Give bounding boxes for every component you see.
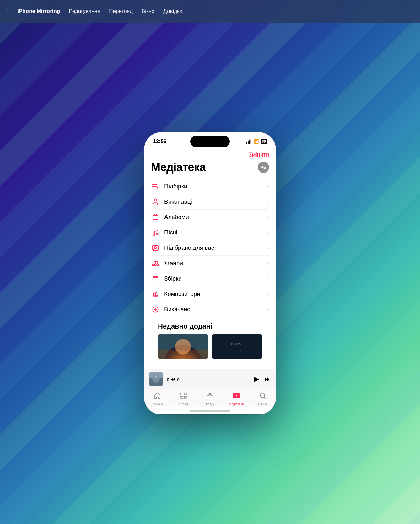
list-item-playlists[interactable]: Підбірки › [151, 179, 269, 194]
foryou-icon [151, 244, 160, 251]
tab-search-label: Пошук [258, 402, 267, 406]
signal-bar-1 [246, 142, 247, 144]
search-icon [259, 392, 267, 401]
genres-label: Жанри [164, 260, 183, 267]
menubar:  iPhone Mirroring Редагування Перегляд … [0, 0, 420, 23]
status-bar: 12:56 📶 69 [144, 132, 276, 149]
tab-search[interactable]: Пошук [253, 392, 272, 406]
now-playing-artwork [149, 372, 163, 386]
downloaded-chevron-icon: › [267, 307, 269, 312]
forward-button[interactable]: ⏭ [265, 376, 271, 383]
menu-view[interactable]: Перегляд [109, 8, 132, 14]
recently-added-section: Недавно додані [151, 317, 269, 362]
songs-label: Пісні [164, 229, 177, 236]
recently-added-title: Недавно додані [158, 322, 262, 330]
svg-point-12 [152, 264, 154, 266]
svg-rect-34 [181, 393, 183, 395]
svg-rect-36 [181, 396, 183, 398]
phone-container: 12:56 📶 69 Змінити Медіатека РБ [144, 132, 276, 414]
genres-icon [151, 260, 160, 267]
albums-icon [151, 214, 160, 221]
svg-rect-27 [212, 334, 262, 359]
list-item-foryou[interactable]: Підібрано для вас › [151, 240, 269, 256]
playlists-icon [151, 183, 160, 190]
list-item-compilations[interactable]: Збірки › [151, 271, 269, 286]
svg-rect-18 [154, 276, 155, 278]
svg-point-9 [157, 233, 158, 235]
list-item-composers[interactable]: Композитори › [151, 286, 269, 302]
songs-icon [151, 229, 160, 236]
list-item-genres[interactable]: Жанри › [151, 256, 269, 271]
composers-label: Композитори [164, 291, 200, 297]
dynamic-island [190, 136, 230, 147]
browse-icon [180, 392, 187, 401]
status-time: 12:56 [153, 138, 166, 145]
tab-library[interactable]: Медіатека [227, 392, 246, 406]
compilations-chevron-icon: › [267, 276, 269, 281]
svg-text:· · · · ·: · · · · · [233, 350, 241, 352]
tab-browse-label: Огляд [179, 402, 188, 406]
compilations-icon [151, 275, 160, 282]
songs-chevron-icon: › [267, 230, 269, 235]
phone-frame: 12:56 📶 69 Змінити Медіатека РБ [144, 132, 276, 414]
library-title: Медіатека [151, 161, 206, 174]
home-indicator [144, 407, 276, 414]
menu-help[interactable]: Довідка [163, 8, 182, 14]
svg-point-8 [153, 234, 155, 236]
signal-bar-3 [249, 140, 250, 144]
artists-icon [151, 198, 160, 205]
album-row: FAITH · · · · · [158, 334, 262, 359]
tab-home-label: Домівка [151, 402, 163, 406]
now-playing-bar[interactable]: я не я ▶ ⏭ [144, 369, 276, 389]
svg-rect-15 [153, 276, 158, 281]
svg-point-13 [154, 264, 156, 266]
phone-content: Змінити Медіатека РБ [144, 149, 276, 414]
svg-point-33 [154, 375, 158, 378]
genres-chevron-icon: › [267, 260, 269, 266]
tab-bar: Домівка Огляд [144, 389, 276, 407]
foryou-chevron-icon: › [267, 245, 269, 251]
svg-point-4 [154, 199, 157, 201]
library-icon [233, 392, 240, 401]
app-name[interactable]: iPhone Mirroring [17, 8, 60, 14]
svg-point-14 [157, 264, 159, 266]
playlists-label: Підбірки [164, 183, 187, 190]
signal-bar-4 [250, 139, 251, 144]
composers-icon [151, 291, 160, 297]
list-item-albums[interactable]: Альбоми › [151, 210, 269, 225]
status-icons: 📶 69 [246, 139, 267, 144]
tab-browse[interactable]: Огляд [174, 392, 193, 406]
list-item-songs[interactable]: Пісні › [151, 225, 269, 240]
tab-radio[interactable]: Радіо [201, 392, 219, 406]
avatar[interactable]: РБ [258, 162, 269, 173]
svg-rect-35 [184, 393, 186, 395]
menu-edit[interactable]: Редагування [69, 8, 100, 14]
tab-library-label: Медіатека [229, 402, 244, 406]
tab-home[interactable]: Домівка [148, 392, 167, 406]
compilations-label: Збірки [164, 275, 182, 282]
now-playing-title: я не я [167, 377, 250, 382]
artists-chevron-icon: › [267, 199, 269, 205]
composers-chevron-icon: › [267, 291, 269, 297]
albums-label: Альбоми [164, 214, 189, 221]
signal-bar-2 [248, 141, 249, 144]
play-button[interactable]: ▶ [254, 375, 259, 383]
edit-button[interactable]: Змінити [144, 149, 276, 159]
list-item-artists[interactable]: Виконавці › [151, 194, 269, 210]
list-item-downloaded[interactable]: Викачано › [151, 302, 269, 317]
svg-point-11 [154, 247, 156, 249]
tab-radio-label: Радіо [206, 402, 214, 406]
downloaded-icon [151, 306, 160, 313]
svg-point-26 [175, 339, 191, 355]
wifi-icon: 📶 [253, 139, 259, 144]
album-thumb-2[interactable]: FAITH · · · · · [212, 334, 262, 359]
foryou-label: Підібрано для вас [164, 244, 214, 251]
album-thumb-1[interactable] [158, 334, 208, 359]
downloaded-label: Викачано [164, 306, 191, 313]
menu-window[interactable]: Вікно [142, 8, 154, 14]
albums-chevron-icon: › [267, 214, 269, 220]
radio-icon [206, 392, 214, 401]
home-icon [153, 392, 161, 401]
apple-logo-icon[interactable]:  [6, 8, 8, 15]
svg-rect-37 [184, 396, 186, 398]
